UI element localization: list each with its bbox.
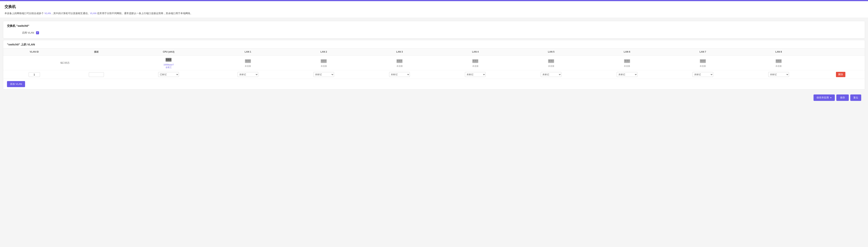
lan1-select-cell: 未标记 已标记 关闭 [210,70,286,79]
lan8-status-text: 未连接 [775,65,782,67]
lan4-status-text: 未连接 [472,65,478,67]
th-vlan-id: VLAN ID [3,49,65,56]
vlan-table: VLAN ID 描述 CPU (eth3) LAN 1 LAN 2 LAN 3 … [3,49,865,79]
vlan-enable-checkbox[interactable] [36,31,39,34]
lan8-select-cell: 未标记 已标记 关闭 [741,70,816,79]
lan2-status-text: 未连接 [321,65,327,67]
lan4-select-cell: 未标记 已标记 关闭 [437,70,513,79]
th-description: 描述 [65,49,127,56]
lan1-vlan-select[interactable]: 未标记 已标记 关闭 [238,72,258,77]
lan5-port-icon [548,58,555,64]
save-apply-button[interactable]: 保存并应用 ▼ [813,94,835,101]
port-status-label: 端口状态: [3,56,127,70]
footer-bar: 保存并应用 ▼ 保存 复位 [3,92,865,103]
lan7-select-cell: 未标记 已标记 关闭 [665,70,741,79]
svg-rect-37 [702,60,704,61]
th-lan3: LAN 3 [362,49,437,56]
lan3-vlan-select[interactable]: 未标记 已标记 关闭 [389,72,410,77]
delete-cell: 删除 [816,70,865,79]
cpu-vlan-select[interactable]: 已标记 未标记 关闭 [158,72,179,77]
svg-rect-6 [245,60,247,61]
svg-rect-8 [249,60,250,61]
svg-rect-26 [549,60,550,61]
th-delete [816,49,865,56]
svg-rect-24 [473,62,478,62]
delete-button[interactable]: 删除 [836,72,845,77]
switch-section: 交换机 "switch0" 启用 VLAN [3,21,865,38]
lan5-port-status: 未连接 [513,56,589,70]
svg-rect-16 [397,60,399,61]
lan4-vlan-select[interactable]: 未标记 已标记 关闭 [465,72,486,77]
svg-rect-19 [397,62,402,62]
lan4-port-status: 未连接 [437,56,513,70]
page-title: 交换机 [4,4,864,9]
svg-rect-44 [776,62,781,62]
lan1-status-text: 未连接 [245,65,251,67]
lan5-status-text: 未连接 [548,65,554,67]
svg-rect-36 [701,60,702,61]
lan6-port-status: 未连接 [589,56,665,70]
th-lan1: LAN 1 [210,49,286,56]
lan1-port-icon [245,58,251,64]
th-lan4: LAN 4 [437,49,513,56]
svg-rect-14 [321,62,326,62]
cpu-select-cell: 已标记 未标记 关闭 [127,70,210,79]
lan8-vlan-select[interactable]: 未标记 已标记 关闭 [768,72,789,77]
lan3-port-status: 未连接 [362,56,437,70]
th-lan2: LAN 2 [286,49,362,56]
lan3-select-cell: 未标记 已标记 关闭 [362,70,437,79]
svg-rect-43 [780,60,781,61]
cpu-port-speed: 1000baseT全双工 [163,63,174,69]
lan2-port-status: 未连接 [286,56,362,70]
vlan-link-2[interactable]: VLAN [90,12,96,15]
svg-rect-11 [321,60,323,61]
lan7-status-text: 未连接 [700,65,706,67]
svg-rect-17 [399,60,400,61]
svg-rect-9 [245,62,250,62]
lan3-status-text: 未连接 [397,65,403,67]
lan6-select-cell: 未标记 已标记 关闭 [589,70,665,79]
svg-rect-2 [168,59,169,60]
vlan-link-1[interactable]: VLAN [44,12,51,15]
th-lan5: LAN 5 [513,49,589,56]
lan6-vlan-select[interactable]: 未标记 已标记 关闭 [617,72,638,77]
add-vlan-row: 添加 VLAN [3,79,865,89]
svg-rect-3 [170,59,171,60]
add-vlan-button[interactable]: 添加 VLAN [7,81,25,87]
lan7-port-status: 未连接 [665,56,741,70]
port-status-row: 端口状态: 1000baseT全双工 [3,56,865,70]
th-lan6: LAN 6 [589,49,665,56]
vlan-id-input[interactable] [29,72,40,77]
svg-rect-4 [166,61,171,61]
save-button[interactable]: 保存 [836,94,849,101]
svg-rect-33 [628,60,629,61]
lan7-vlan-select[interactable]: 未标记 已标记 关闭 [692,72,713,77]
svg-rect-41 [776,60,778,61]
lan6-port-icon [624,58,630,64]
svg-rect-42 [778,60,780,61]
description-input[interactable] [89,72,104,77]
lan3-port-icon [396,58,403,64]
dropdown-arrow-icon[interactable]: ▼ [830,97,832,99]
svg-rect-1 [166,59,167,60]
lan2-port-icon [320,58,327,64]
th-lan8: LAN 8 [741,49,816,56]
table-row: 已标记 未标记 关闭 未标记 已标记 关闭 未标记 已标记 [3,70,865,79]
reset-button[interactable]: 复位 [850,94,861,101]
vlan-id-cell [3,70,65,79]
page-header: 交换机 本设备上的网络端口可以组合成多个 VLAN，其中的计算机可以直接相互通信… [0,1,868,18]
svg-rect-31 [625,60,626,61]
svg-rect-7 [247,60,249,61]
svg-rect-27 [551,60,552,61]
lan5-vlan-select[interactable]: 未标记 已标记 关闭 [541,72,561,77]
vlan-table-section: "switch0" 上的 VLAN VLAN ID 描述 CPU (eth3) … [3,40,865,90]
svg-rect-38 [704,60,705,61]
lan1-port-status: 未连接 [210,56,286,70]
page-description: 本设备上的网络端口可以组合成多个 VLAN，其中的计算机可以直接相互通信。VLA… [4,11,864,16]
th-cpu-eth3: CPU (eth3) [127,49,210,56]
lan7-port-icon [700,58,706,64]
lan4-port-icon [472,58,479,64]
lan2-vlan-select[interactable]: 未标记 已标记 关闭 [313,72,334,77]
lan2-select-cell: 未标记 已标记 关闭 [286,70,362,79]
svg-rect-29 [549,62,554,62]
